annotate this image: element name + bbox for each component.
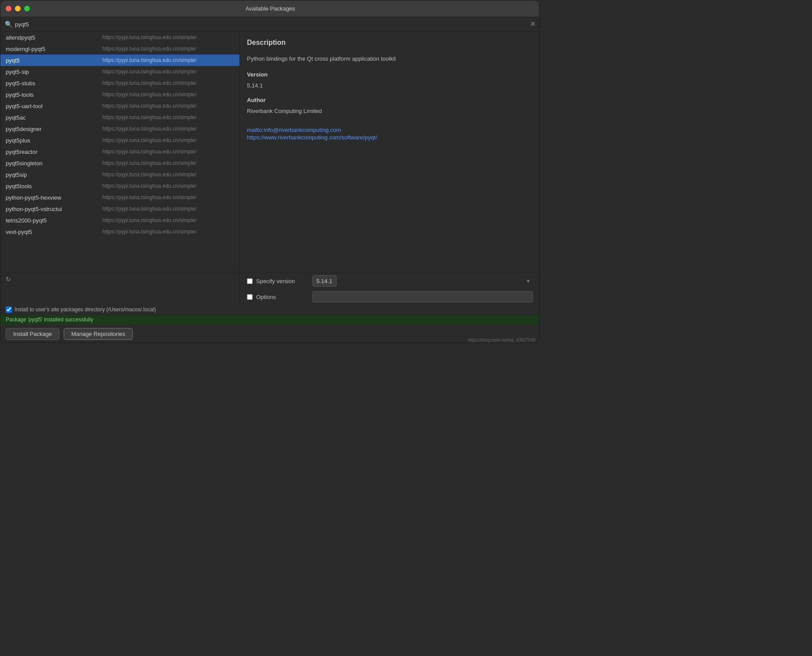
package-name: pyqt5-sip — [6, 69, 102, 75]
options-checkbox[interactable] — [247, 294, 253, 300]
package-row[interactable]: python-pyqt5-vstructuihttps://pypi.tuna.… — [0, 203, 239, 215]
package-name: pyqt5plus — [6, 137, 102, 144]
package-url: https://pypi.tuna.tsinghua.edu.cn/simple… — [102, 34, 196, 40]
package-url: https://pypi.tuna.tsinghua.edu.cn/simple… — [102, 149, 196, 155]
package-url: https://pypi.tuna.tsinghua.edu.cn/simple… — [102, 80, 196, 86]
package-name: pyqt5-stubs — [6, 80, 102, 87]
close-button[interactable] — [6, 6, 11, 11]
package-url: https://pypi.tuna.tsinghua.edu.cn/simple… — [102, 46, 196, 52]
package-row[interactable]: pyqt5plushttps://pypi.tuna.tsinghua.edu.… — [0, 135, 239, 146]
refresh-icon[interactable]: ↻ — [6, 276, 11, 283]
package-url: https://pypi.tuna.tsinghua.edu.cn/simple… — [102, 217, 196, 223]
package-row[interactable]: altendpyqt5https://pypi.tuna.tsinghua.ed… — [0, 32, 239, 43]
success-message: Package 'pyqt5' installed successfully — [6, 317, 93, 323]
install-checkbox-label: Install to user's site packages director… — [14, 306, 156, 313]
package-url: https://pypi.tuna.tsinghua.edu.cn/simple… — [102, 69, 196, 75]
package-row[interactable]: pyqt5-stubshttps://pypi.tuna.tsinghua.ed… — [0, 77, 239, 89]
button-row: Install Package Manage Repositories — [0, 324, 540, 343]
install-button[interactable]: Install Package — [6, 328, 59, 340]
package-name: altendpyqt5 — [6, 34, 102, 41]
package-name: python-pyqt5-vstructui — [6, 206, 102, 212]
package-name: pyqt5tools — [6, 183, 102, 190]
package-row[interactable]: pyqt5singletonhttps://pypi.tuna.tsinghua… — [0, 157, 239, 169]
options-input[interactable] — [312, 291, 533, 302]
package-row[interactable]: python-pyqt5-hexviewhttps://pypi.tuna.ts… — [0, 192, 239, 203]
install-checkbox-row: Install to user's site packages director… — [0, 305, 540, 315]
package-row[interactable]: pyqt5-uart-toolhttps://pypi.tuna.tsinghu… — [0, 100, 239, 112]
package-name: python-pyqt5-hexview — [6, 194, 102, 201]
package-url: https://pypi.tuna.tsinghua.edu.cn/simple… — [102, 103, 196, 109]
package-name: pyqt5singleton — [6, 160, 102, 167]
traffic-lights — [6, 6, 30, 11]
package-row[interactable]: pyqt5-toolshttps://pypi.tuna.tsinghua.ed… — [0, 89, 239, 100]
package-url: https://pypi.tuna.tsinghua.edu.cn/simple… — [102, 206, 196, 212]
author-value: Riverbank Computing Limited — [247, 108, 533, 114]
manage-repositories-button[interactable]: Manage Repositories — [64, 328, 133, 340]
package-url: https://pypi.tuna.tsinghua.edu.cn/simple… — [102, 229, 196, 235]
version-value: 5.14.1 — [247, 82, 533, 89]
package-url: https://pypi.tuna.tsinghua.edu.cn/simple… — [102, 171, 196, 178]
version-select[interactable]: 5.14.1 — [312, 275, 337, 287]
package-name: pyqt5 — [6, 57, 102, 64]
email-link[interactable]: mailto:info@riverbankcomputing.com — [247, 127, 533, 133]
detail-title: Description — [247, 39, 533, 47]
package-name: moderngl-pyqt5 — [6, 46, 102, 52]
success-bar: Package 'pyqt5' installed successfully — [0, 315, 540, 324]
version-label: Version — [247, 71, 533, 78]
maximize-button[interactable] — [24, 6, 30, 11]
options-row: Options — [243, 289, 536, 305]
title-bar: Available Packages — [0, 0, 540, 17]
package-row[interactable]: pyqt5achttps://pypi.tuna.tsinghua.edu.cn… — [0, 112, 239, 123]
search-icon: 🔍 — [5, 21, 12, 28]
package-url: https://pypi.tuna.tsinghua.edu.cn/simple… — [102, 114, 196, 120]
package-row[interactable]: pyqt5-siphttps://pypi.tuna.tsinghua.edu.… — [0, 66, 239, 77]
specify-version-row: Specify version 5.14.1 — [243, 273, 536, 289]
options-label: Options — [256, 294, 309, 300]
specify-version-checkbox[interactable] — [247, 278, 253, 284]
package-list: altendpyqt5https://pypi.tuna.tsinghua.ed… — [0, 32, 240, 296]
package-name: pyqt5ac — [6, 114, 102, 121]
package-row[interactable]: pyqt5designerhttps://pypi.tuna.tsinghua.… — [0, 123, 239, 135]
package-name: pyqt5designer — [6, 126, 102, 132]
package-name: tetris2000-pyqt5 — [6, 217, 102, 224]
package-url: https://pypi.tuna.tsinghua.edu.cn/simple… — [102, 57, 196, 63]
window-title: Available Packages — [245, 5, 295, 12]
specify-version-label: Specify version — [256, 278, 309, 284]
search-bar: 🔍 ✕ — [0, 17, 540, 32]
package-url: https://pypi.tuna.tsinghua.edu.cn/simple… — [102, 160, 196, 166]
package-row[interactable]: pyqt5https://pypi.tuna.tsinghua.edu.cn/s… — [0, 55, 239, 66]
package-url: https://pypi.tuna.tsinghua.edu.cn/simple… — [102, 126, 196, 132]
package-name: pyqt5-uart-tool — [6, 103, 102, 109]
package-name: pyqt5-tools — [6, 91, 102, 98]
package-name: pyqt5reactor — [6, 149, 102, 155]
install-user-checkbox[interactable] — [6, 306, 12, 313]
package-url: https://pypi.tuna.tsinghua.edu.cn/simple… — [102, 137, 196, 143]
package-url: https://pypi.tuna.tsinghua.edu.cn/simple… — [102, 183, 196, 189]
website-link[interactable]: https://www.riverbankcomputing.com/softw… — [247, 134, 533, 141]
detail-panel: Description Python bindings for the Qt c… — [240, 32, 540, 296]
minimize-button[interactable] — [15, 6, 21, 11]
package-row[interactable]: moderngl-pyqt5https://pypi.tuna.tsinghua… — [0, 43, 239, 55]
clear-icon[interactable]: ✕ — [530, 21, 536, 28]
package-row[interactable]: pyqt5reactorhttps://pypi.tuna.tsinghua.e… — [0, 146, 239, 157]
package-url: https://pypi.tuna.tsinghua.edu.cn/simple… — [102, 91, 196, 98]
package-name: vext-pyqt5 — [6, 229, 102, 235]
footer-url: https://blog.csdn.net/qq_43827595 — [468, 338, 536, 343]
author-label: Author — [247, 97, 533, 103]
package-row[interactable]: vext-pyqt5https://pypi.tuna.tsinghua.edu… — [0, 226, 239, 237]
package-url: https://pypi.tuna.tsinghua.edu.cn/simple… — [102, 194, 196, 200]
search-input[interactable] — [15, 21, 527, 28]
package-name: pyqt5sip — [6, 171, 102, 178]
package-row[interactable]: pyqt5siphttps://pypi.tuna.tsinghua.edu.c… — [0, 169, 239, 180]
package-row[interactable]: tetris2000-pyqt5https://pypi.tuna.tsingh… — [0, 215, 239, 226]
package-row[interactable]: pyqt5toolshttps://pypi.tuna.tsinghua.edu… — [0, 180, 239, 192]
detail-description: Python bindings for the Qt cross platfor… — [247, 55, 533, 63]
